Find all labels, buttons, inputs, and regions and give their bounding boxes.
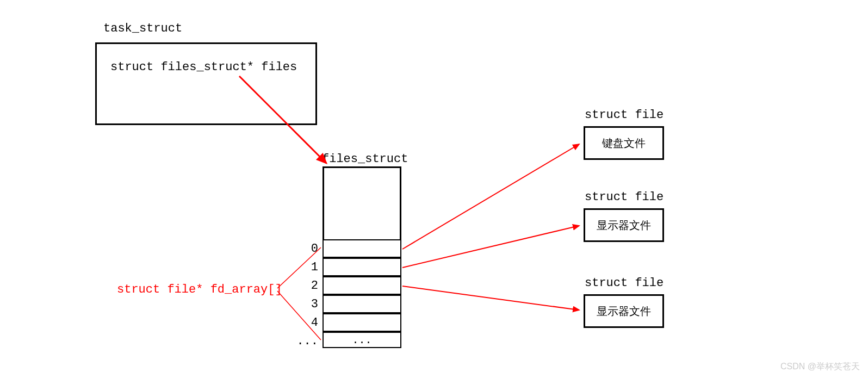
fd-array-row-ellipsis: ... [323, 332, 401, 348]
task-struct-member: struct files_struct* files [110, 60, 297, 74]
arrow-fd0-to-file0 [402, 144, 579, 249]
file-box-1-content: 显示器文件 [597, 218, 651, 233]
fd-array-row-1 [323, 258, 401, 276]
fd-index-0: 0 [307, 242, 318, 256]
file-box-1-title: struct file [585, 190, 664, 204]
file-box-2-content: 显示器文件 [597, 304, 651, 319]
file-box-1: 显示器文件 [584, 208, 664, 242]
file-box-0-content: 键盘文件 [602, 136, 646, 151]
file-box-2: 显示器文件 [584, 294, 664, 328]
fd-array-row-4 [323, 313, 401, 332]
arrow-fd1-to-file1 [402, 226, 579, 268]
file-box-0-title: struct file [585, 108, 664, 122]
files-struct-title: files_struct [322, 152, 408, 166]
fd-array-row-2 [323, 276, 401, 295]
fd-array-row-0 [323, 239, 401, 258]
fd-index-ellipsis: ... [291, 334, 318, 348]
file-box-2-title: struct file [585, 276, 664, 290]
fd-index-4: 4 [307, 316, 318, 330]
fd-array-row-3 [323, 295, 401, 313]
fd-index-3: 3 [307, 298, 318, 311]
fd-array-label: struct file* fd_array[] [117, 283, 282, 296]
file-box-0: 键盘文件 [584, 126, 664, 160]
task-struct-title: task_struct [103, 22, 182, 35]
fd-index-2: 2 [307, 279, 318, 293]
fd-index-1: 1 [307, 261, 318, 274]
watermark: CSDN @举杯笑苍天 [780, 361, 860, 373]
arrow-fd2-to-file2 [402, 286, 579, 310]
task-struct-box: struct files_struct* files [95, 42, 317, 125]
